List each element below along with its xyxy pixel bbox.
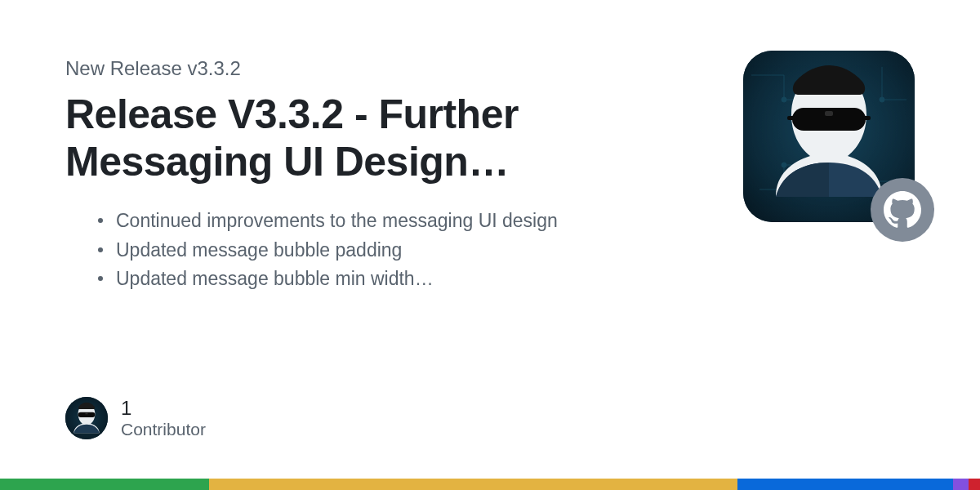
contributor-count: 1: [121, 398, 206, 419]
release-note-item: Continued improvements to the messaging …: [98, 207, 719, 236]
svg-rect-1: [78, 412, 96, 417]
svg-point-6: [782, 163, 786, 167]
contributor-meta: 1 Contributor: [121, 398, 206, 438]
github-icon: [871, 178, 934, 242]
language-segment: [737, 479, 953, 490]
language-segment: [209, 479, 737, 490]
svg-point-4: [782, 97, 786, 102]
contributor-label: Contributor: [121, 420, 206, 439]
contributor-block: 1 Contributor: [65, 397, 206, 439]
release-note-item: Updated message bubble min width…: [98, 265, 719, 294]
svg-point-5: [880, 97, 884, 102]
release-social-card: New Release v3.3.2 Release V3.3.2 - Furt…: [0, 0, 980, 490]
language-segment: [953, 479, 969, 490]
owner-avatar-block: [743, 51, 915, 222]
svg-rect-2: [85, 413, 87, 415]
language-segment: [0, 479, 209, 490]
language-stripe: [0, 479, 980, 490]
release-title: Release V3.3.2 - Further Messaging UI De…: [65, 91, 702, 185]
svg-rect-9: [825, 111, 833, 116]
svg-rect-11: [862, 116, 871, 120]
svg-rect-10: [787, 116, 795, 120]
release-notes-list: Continued improvements to the messaging …: [98, 207, 719, 294]
contributor-avatar: [65, 397, 108, 439]
release-note-item: Updated message bubble padding: [98, 236, 719, 265]
language-segment: [969, 479, 980, 490]
